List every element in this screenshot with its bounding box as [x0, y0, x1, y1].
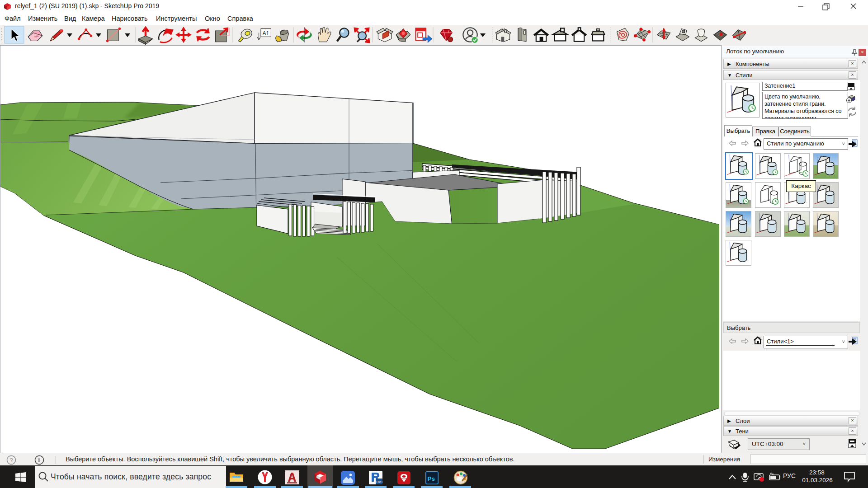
svg-text:РУС: РУС: [783, 472, 796, 479]
svg-text:Ps: Ps: [428, 475, 435, 482]
svg-text:RVT: RVT: [377, 480, 383, 484]
svg-text:i: i: [38, 457, 40, 464]
svg-text:A1: A1: [262, 30, 269, 37]
svg-text:?: ?: [10, 457, 13, 464]
